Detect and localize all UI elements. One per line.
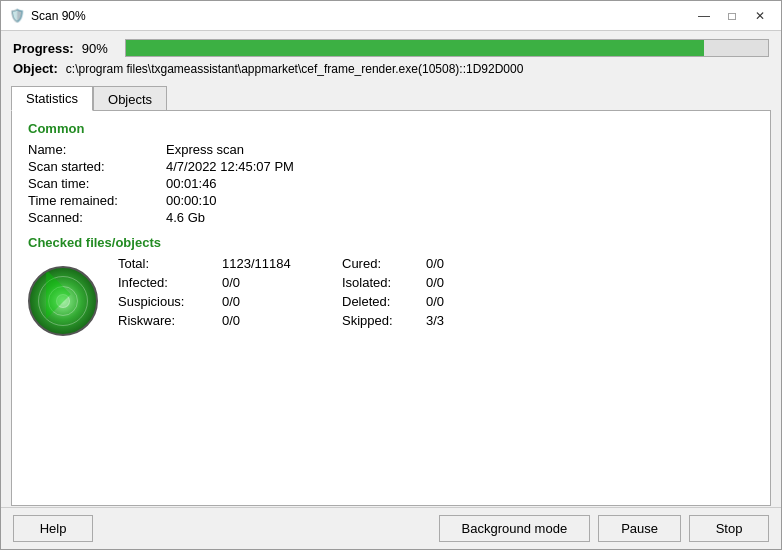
left-value-3: 0/0 bbox=[222, 313, 302, 328]
left-stats-grid: Total: 1123/11184 Infected: 0/0 Suspicio… bbox=[118, 256, 302, 328]
right-label-3: Skipped: bbox=[342, 313, 422, 328]
field-value-2: 00:01:46 bbox=[166, 176, 754, 191]
window-controls: — □ ✕ bbox=[691, 5, 773, 27]
tab-content-statistics: Common Name: Express scan Scan started: … bbox=[11, 110, 771, 506]
right-value-2: 0/0 bbox=[426, 294, 486, 309]
main-window: 🛡️ Scan 90% — □ ✕ Progress: 90% Object: … bbox=[0, 0, 782, 550]
left-label-1: Infected: bbox=[118, 275, 218, 290]
field-value-4: 4.6 Gb bbox=[166, 210, 754, 225]
stats-columns: Total: 1123/11184 Infected: 0/0 Suspicio… bbox=[118, 256, 754, 328]
field-label-4: Scanned: bbox=[28, 210, 158, 225]
stats-content: Total: 1123/11184 Infected: 0/0 Suspicio… bbox=[28, 256, 754, 336]
left-label-3: Riskware: bbox=[118, 313, 218, 328]
field-value-1: 4/7/2022 12:45:07 PM bbox=[166, 159, 754, 174]
field-value-0: Express scan bbox=[166, 142, 754, 157]
tab-statistics[interactable]: Statistics bbox=[11, 86, 93, 111]
common-section-title: Common bbox=[28, 121, 754, 136]
left-value-1: 0/0 bbox=[222, 275, 302, 290]
right-value-0: 0/0 bbox=[426, 256, 486, 271]
left-label-2: Suspicious: bbox=[118, 294, 218, 309]
tab-header: Statistics Objects bbox=[11, 86, 771, 111]
tab-objects[interactable]: Objects bbox=[93, 86, 167, 111]
right-value-1: 0/0 bbox=[426, 275, 486, 290]
footer-right: Background mode Pause Stop bbox=[439, 515, 769, 542]
right-label-2: Deleted: bbox=[342, 294, 422, 309]
progress-bar-fill bbox=[126, 40, 704, 56]
right-label-0: Cured: bbox=[342, 256, 422, 271]
progress-bar-container bbox=[125, 39, 769, 57]
right-label-1: Isolated: bbox=[342, 275, 422, 290]
minimize-button[interactable]: — bbox=[691, 5, 717, 27]
field-label-1: Scan started: bbox=[28, 159, 158, 174]
tab-section: Statistics Objects Common Name: Express … bbox=[11, 86, 771, 507]
left-value-2: 0/0 bbox=[222, 294, 302, 309]
left-stats: Total: 1123/11184 Infected: 0/0 Suspicio… bbox=[118, 256, 302, 328]
titlebar: 🛡️ Scan 90% — □ ✕ bbox=[1, 1, 781, 31]
close-button[interactable]: ✕ bbox=[747, 5, 773, 27]
progress-section: Progress: 90% Object: c:\program files\t… bbox=[1, 31, 781, 80]
help-button[interactable]: Help bbox=[13, 515, 93, 542]
radar-icon bbox=[28, 266, 98, 336]
field-value-3: 00:00:10 bbox=[166, 193, 754, 208]
background-mode-button[interactable]: Background mode bbox=[439, 515, 591, 542]
left-value-0: 1123/11184 bbox=[222, 256, 302, 271]
right-stats: Cured: 0/0 Isolated: 0/0 Deleted: 0/0 Sk… bbox=[342, 256, 486, 328]
object-row: Object: c:\program files\txgameassistant… bbox=[13, 61, 769, 76]
pause-button[interactable]: Pause bbox=[598, 515, 681, 542]
radar-area bbox=[28, 256, 98, 336]
stats-right: Total: 1123/11184 Infected: 0/0 Suspicio… bbox=[118, 256, 754, 336]
field-label-2: Scan time: bbox=[28, 176, 158, 191]
right-value-3: 3/3 bbox=[426, 313, 486, 328]
left-label-0: Total: bbox=[118, 256, 218, 271]
maximize-button[interactable]: □ bbox=[719, 5, 745, 27]
right-stats-grid: Cured: 0/0 Isolated: 0/0 Deleted: 0/0 Sk… bbox=[342, 256, 486, 328]
app-icon: 🛡️ bbox=[9, 8, 25, 24]
object-label: Object: bbox=[13, 61, 58, 76]
common-info-table: Name: Express scan Scan started: 4/7/202… bbox=[28, 142, 754, 225]
progress-label: Progress: bbox=[13, 41, 74, 56]
footer: Help Background mode Pause Stop bbox=[1, 507, 781, 549]
progress-percent: 90% bbox=[82, 41, 117, 56]
object-path: c:\program files\txgameassistant\appmark… bbox=[66, 62, 524, 76]
field-label-0: Name: bbox=[28, 142, 158, 157]
progress-row: Progress: 90% bbox=[13, 39, 769, 57]
checked-section-title: Checked files/objects bbox=[28, 235, 754, 250]
stop-button[interactable]: Stop bbox=[689, 515, 769, 542]
field-label-3: Time remained: bbox=[28, 193, 158, 208]
window-title: Scan 90% bbox=[31, 9, 691, 23]
